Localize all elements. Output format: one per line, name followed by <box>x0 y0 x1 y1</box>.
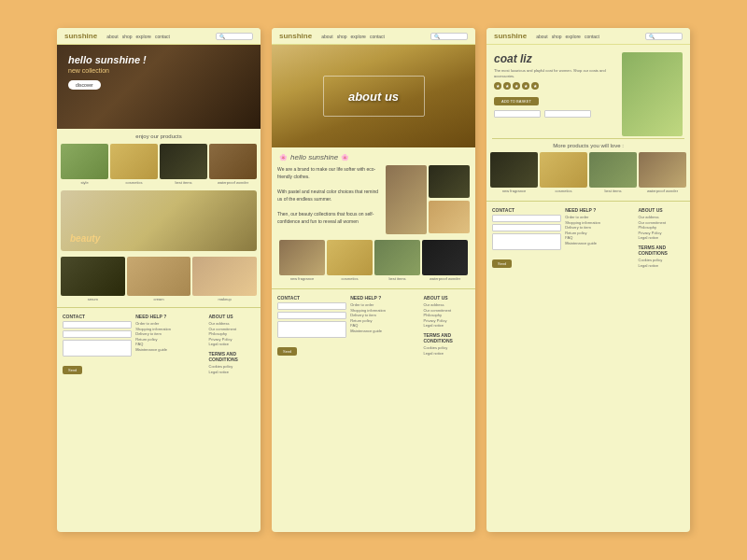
footer-help: NEED HELP ? Order to orderShopping infor… <box>350 295 419 357</box>
quantity-input[interactable] <box>544 110 591 118</box>
contact-name-input[interactable] <box>492 215 561 222</box>
footer-terms-links: Cookies policyLegal notice <box>424 345 471 356</box>
footer-about-title: ABOUT US <box>639 207 685 213</box>
contact-email-input[interactable] <box>63 330 132 338</box>
product-thumb <box>61 257 125 296</box>
about-text: We are a brand to make our life softer w… <box>277 165 380 234</box>
search-input[interactable]: 🔍 <box>645 33 683 40</box>
footer-about-title: ABOUT US <box>209 314 256 319</box>
product-thumb <box>160 144 207 179</box>
search-input[interactable]: 🔍 <box>430 33 468 40</box>
product-item[interactable]: makeup <box>192 257 257 301</box>
footer-about-title: ABOUT US <box>424 295 471 301</box>
product-description: The most luxurious and playful coat for … <box>494 68 614 78</box>
product-item[interactable]: cream <box>127 257 191 301</box>
footer-about-links: Our addressOur commitmentPhilosophyPriva… <box>424 302 471 329</box>
size-select[interactable] <box>494 110 541 118</box>
product-info: coat liz The most luxurious and playful … <box>494 52 614 119</box>
nav-contact[interactable]: contact <box>155 34 170 39</box>
nav-about[interactable]: about <box>321 34 333 39</box>
footer-about: ABOUT US Our addressOur commitmentPhilos… <box>639 207 685 269</box>
product-thumb <box>639 152 686 188</box>
contact-message-input[interactable] <box>63 340 132 357</box>
nav-shop[interactable]: shop <box>122 34 133 39</box>
product-item[interactable]: serum <box>61 257 125 301</box>
product-label: cosmetics <box>110 180 158 185</box>
footer-contact: CONTACT Send <box>63 314 132 375</box>
star-2: ★ <box>503 82 511 90</box>
footer-about: ABOUT US Our addressOur commitmentPhilos… <box>209 314 256 375</box>
hero-title: hello sunshine ! <box>68 54 147 65</box>
product-thumb <box>589 152 637 188</box>
nav-bar: sunshine about shop explore contact 🔍 <box>486 28 690 45</box>
about-para2: With pastel and neutral color choices th… <box>277 188 380 203</box>
nav-explore[interactable]: explore <box>135 34 150 39</box>
search-input[interactable]: 🔍 <box>216 33 253 40</box>
about-image-grid <box>386 165 470 234</box>
send-button[interactable]: Send <box>277 347 297 356</box>
product-label: serum <box>61 297 125 301</box>
product-grid-top: style cosmetics best items waterproof wo… <box>57 142 261 187</box>
hero-title: about us <box>348 90 399 104</box>
add-to-basket-button[interactable]: ADD TO BASKET <box>494 97 539 105</box>
more-products-title: More products you will love : <box>486 139 690 150</box>
beauty-banner-label: beauty <box>70 233 100 244</box>
product-label: cream <box>127 297 191 301</box>
footer-terms-links: Cookies policyLegal notice <box>639 258 685 268</box>
product-hero: coat liz The most luxurious and playful … <box>486 45 690 138</box>
product-thumb <box>422 240 468 275</box>
discover-button[interactable]: discover <box>68 80 101 90</box>
about-para1: We are a brand to make our life softer w… <box>277 165 380 180</box>
product-item[interactable]: waterproof wonder <box>209 144 257 185</box>
nav-about[interactable]: about <box>536 34 548 39</box>
hello-emoji2: 🌸 <box>341 154 349 161</box>
product-item[interactable]: best items <box>160 144 207 185</box>
logo: sunshine <box>494 32 527 40</box>
beauty-banner[interactable]: beauty <box>61 190 257 251</box>
product-item[interactable]: cosmetics <box>540 152 587 193</box>
product-label: cosmetics <box>327 276 373 281</box>
contact-email-input[interactable] <box>277 312 346 319</box>
product-label: new fragrance <box>490 189 538 193</box>
nav-about[interactable]: about <box>106 34 119 39</box>
contact-name-input[interactable] <box>277 302 346 310</box>
product-item[interactable]: cosmetics <box>110 144 158 185</box>
nav-contact[interactable]: contact <box>585 34 599 39</box>
footer-about-links: Our addressOur commitmentPhilosophyPriva… <box>639 215 685 241</box>
footer-contact-title: CONTACT <box>63 314 132 319</box>
nav-bar: sunshine about shop explore contact 🔍 <box>272 28 475 45</box>
about-para3: Then, our beauty collections that focus … <box>277 210 380 225</box>
product-item[interactable]: waterproof wonder <box>639 152 686 193</box>
footer-contact: CONTACT Send <box>492 207 561 269</box>
product-image <box>622 52 683 136</box>
send-button[interactable]: Send <box>492 259 512 268</box>
contact-message-input[interactable] <box>277 321 346 338</box>
footer-grid: CONTACT Send NEED HELP ? Order to orderS… <box>277 295 470 357</box>
contact-message-input[interactable] <box>492 233 561 250</box>
product-item[interactable]: new fragrance <box>279 240 325 281</box>
footer: CONTACT Send NEED HELP ? Order to orderS… <box>486 201 690 273</box>
nav-explore[interactable]: explore <box>565 34 580 39</box>
product-label: best items <box>374 276 420 281</box>
nav-links: about shop explore contact <box>536 34 599 39</box>
contact-name-input[interactable] <box>63 321 132 329</box>
contact-email-input[interactable] <box>492 224 561 231</box>
product-item[interactable]: waterproof wonder <box>422 240 468 281</box>
hello-emoji: 🌸 <box>279 154 288 161</box>
nav-explore[interactable]: explore <box>350 34 365 39</box>
nav-contact[interactable]: contact <box>370 34 385 39</box>
product-item[interactable]: best items <box>589 152 637 193</box>
send-button[interactable]: Send <box>63 366 82 374</box>
star-3: ★ <box>513 82 520 90</box>
footer-help-title: NEED HELP ? <box>565 207 634 213</box>
product-item[interactable]: new fragrance <box>490 152 538 193</box>
nav-shop[interactable]: shop <box>552 34 562 39</box>
product-item[interactable]: cosmetics <box>327 240 373 281</box>
footer: CONTACT Send NEED HELP ? Order to orderS… <box>272 288 475 360</box>
nav-shop[interactable]: shop <box>337 34 347 39</box>
page-about: sunshine about shop explore contact 🔍 ab… <box>272 28 475 532</box>
product-item[interactable]: style <box>61 144 108 185</box>
product-item[interactable]: best items <box>374 240 420 281</box>
product-label: style <box>61 180 108 185</box>
nav-links: about shop explore contact <box>106 34 170 39</box>
